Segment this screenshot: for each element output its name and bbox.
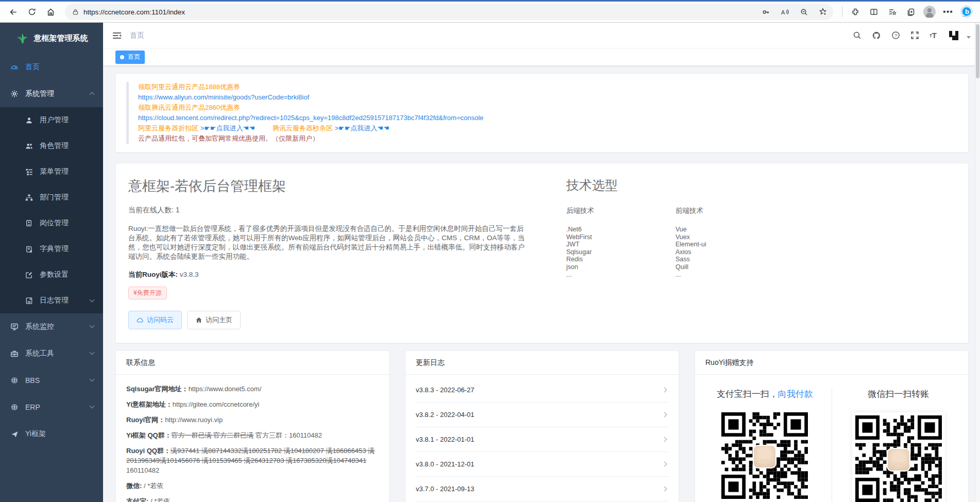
tech-section: 技术选型 后端技术 .Net6 WebFirst JWT Sqlsugar Re… — [566, 177, 956, 329]
sidebar-item-user-management[interactable]: 用户管理 — [0, 107, 103, 133]
sidebar-item-label: 部门管理 — [40, 193, 69, 202]
sidebar-item-menu-management[interactable]: 菜单管理 — [0, 159, 103, 185]
sidebar-collapse-button[interactable] — [112, 31, 122, 40]
sidebar-item-system-monitor[interactable]: 系统监控 — [0, 313, 103, 340]
sidebar-item-label: Yi框架 — [25, 429, 46, 439]
tag-home[interactable]: 首页 — [115, 51, 145, 64]
fullscreen-button[interactable] — [910, 31, 919, 40]
add-favorite-button[interactable] — [816, 5, 830, 19]
sidebar-item-param-settings[interactable]: 参数设置 — [0, 262, 103, 288]
sidebar-item-dict-management[interactable]: 字典管理 — [0, 236, 103, 262]
lock-icon — [72, 8, 79, 15]
sidebar-item-label: 系统监控 — [25, 322, 54, 331]
home-button[interactable] — [42, 4, 59, 20]
collections-button[interactable] — [903, 4, 919, 20]
aliyun-enter-link[interactable]: >☛☛点我进入☚☚ — [200, 124, 255, 132]
sidebar-item-post-management[interactable]: 岗位管理 — [0, 210, 103, 236]
sidebar-item-yi-framework[interactable]: Yi框架 — [0, 421, 103, 447]
version-value: v3.8.3 — [178, 271, 199, 278]
copilot-button[interactable]: b — [958, 4, 975, 20]
user-avatar[interactable] — [947, 29, 960, 42]
baby-photo — [753, 445, 776, 468]
tech-item: JWT — [566, 241, 675, 248]
read-aloud-button[interactable]: A — [778, 5, 792, 19]
monitor-icon — [10, 323, 19, 331]
tencent-zone-label: 腾讯云服务器秒杀区 — [273, 124, 335, 132]
breadcrumb[interactable]: 首页 — [130, 31, 144, 40]
changelog-item[interactable]: v3.8.2 - 2022-04-01 — [416, 403, 668, 427]
sidebar-item-role-management[interactable]: 角色管理 — [0, 133, 103, 159]
contact-value: / *若依 — [144, 482, 163, 490]
ellipsis-icon: ••• — [943, 7, 953, 16]
changelog-item[interactable]: v3.8.3 - 2022-06-27 — [416, 378, 668, 403]
tencent-enter-link[interactable]: >☛☛点我进入☚☚ — [334, 124, 389, 132]
sidebar-item-erp[interactable]: ERP — [0, 394, 103, 421]
notice-link-aliyun[interactable]: https://www.aliyun.com/minisite/goods?us… — [138, 92, 958, 103]
contact-label: 支付宝: — [126, 497, 150, 502]
extensions-button[interactable] — [847, 4, 864, 20]
sidebar-item-bbs[interactable]: BBS — [0, 367, 103, 394]
sidebar-item-dept-management[interactable]: 部门管理 — [0, 185, 103, 210]
users-icon — [25, 142, 33, 150]
tech-item: Element-ui — [675, 241, 785, 248]
tech-item: ... — [675, 271, 785, 279]
tech-item: .Net6 — [566, 226, 675, 233]
changelog-card-title: 更新日志 — [405, 351, 679, 375]
sidebar-item-system-tools[interactable]: 系统工具 — [0, 340, 103, 367]
pay-me-link[interactable]: 向我付款 — [778, 389, 813, 399]
scrollbar-thumb[interactable] — [976, 24, 979, 78]
sidebar-item-label: BBS — [25, 376, 40, 384]
version-line: 当前Ruoyi版本: v3.8.3 — [128, 270, 525, 279]
key-icon — [762, 8, 770, 16]
intro-left: 意框架-若依后台管理框架 当前在线人数: 1 Ruoyi:一直想做一款后台管理系… — [128, 177, 525, 329]
donate-card-title: RuoYi捐赠支持 — [695, 351, 968, 375]
search-button[interactable] — [853, 31, 861, 40]
help-button[interactable]: ? — [891, 31, 900, 40]
contact-row: 微信: / *若依 — [126, 481, 379, 491]
changelog-item[interactable]: v3.7.0 - 2021-09-13 — [416, 477, 668, 501]
sidebar-item-label: 岗位管理 — [40, 219, 69, 228]
contact-value-struck: 官方一群已满 官方二群已满 — [172, 431, 254, 439]
sidebar-item-system-management[interactable]: 系统管理 — [0, 80, 103, 107]
address-bar[interactable]: https://ccnetcore.com:1101/index A — [65, 4, 833, 20]
visit-homepage-button[interactable]: 访问主页 — [187, 311, 241, 329]
changelog-item-label: v3.8.1 - 2022-01-01 — [416, 436, 474, 443]
refresh-button[interactable] — [24, 4, 40, 20]
visit-gitee-button[interactable]: 访问码云 — [128, 311, 182, 329]
app-logo[interactable]: 意框架管理系统 — [0, 23, 103, 54]
font-size-button[interactable]: тT — [930, 31, 937, 40]
page-scrollbar[interactable] — [975, 23, 980, 502]
refresh-icon — [28, 8, 36, 16]
sidebar-item-label: ERP — [25, 403, 40, 411]
sidebar-item-home[interactable]: 首页 — [0, 54, 103, 80]
contact-value: 160110482 — [126, 466, 159, 474]
sitemap-icon — [25, 193, 33, 202]
notice-card: 领取阿里云通用云产品1888优惠券 https://www.aliyun.com… — [115, 73, 969, 153]
changelog-item[interactable]: v3.8.0 - 2021-12-01 — [416, 452, 668, 477]
changelog-item[interactable]: v3.8.1 - 2022-01-01 — [416, 427, 668, 452]
favorites-button[interactable] — [884, 4, 901, 20]
contact-row: Yi意框架地址：https://gitee.com/ccnetcore/yi — [126, 399, 379, 409]
sidebar: 意框架管理系统 首页 系统管理 用户 — [0, 23, 103, 502]
password-key-button[interactable] — [758, 5, 773, 19]
notice-link-tencent[interactable]: https://cloud.tencent.com/redirect.php?r… — [138, 113, 958, 123]
contact-row: Sqlsugar官网地址：https://www.donet5.com/ — [126, 384, 379, 394]
changelog-item-label: v3.8.3 - 2022-06-27 — [416, 386, 474, 394]
chevron-right-icon — [662, 437, 667, 442]
zoom-out-icon — [800, 8, 808, 16]
log-icon — [25, 296, 33, 305]
toolbar-divider — [842, 7, 842, 17]
zoom-out-button[interactable] — [797, 5, 811, 19]
back-button[interactable] — [5, 4, 22, 20]
sidebar-item-log-management[interactable]: 日志管理 — [0, 288, 103, 313]
dropdown-caret-icon[interactable] — [967, 36, 971, 39]
github-button[interactable] — [872, 31, 881, 40]
url-text[interactable]: https://ccnetcore.com:1101/index — [83, 8, 754, 16]
settings-more-button[interactable]: ••• — [940, 4, 956, 20]
tech-item: Vue — [675, 226, 785, 233]
split-screen-button[interactable] — [866, 4, 882, 20]
book-icon — [25, 245, 33, 253]
app-viewport: 意框架管理系统 首页 系统管理 用户 — [0, 23, 980, 502]
tech-columns: 后端技术 .Net6 WebFirst JWT Sqlsugar Redis j… — [566, 206, 956, 278]
profile-button[interactable] — [921, 4, 938, 20]
